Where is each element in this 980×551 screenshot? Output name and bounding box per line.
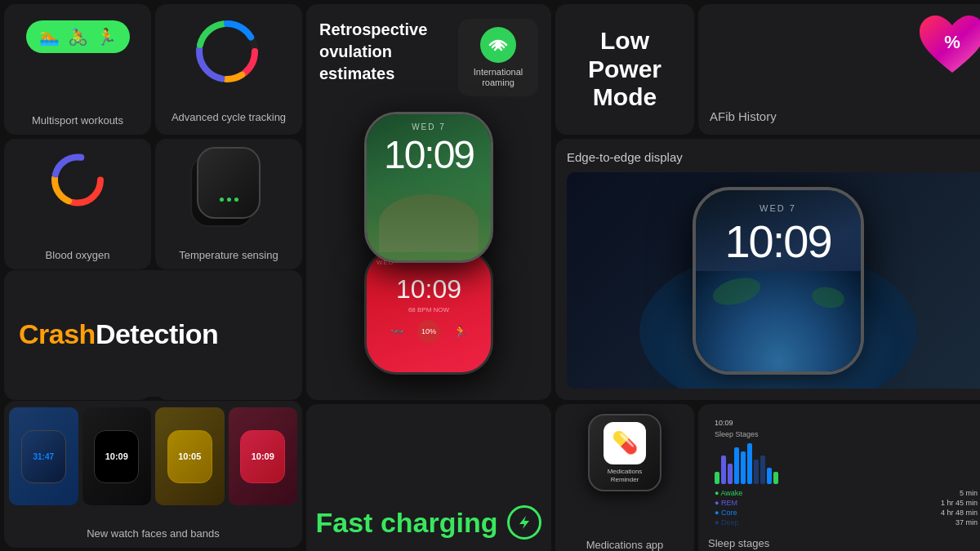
multisport-cell: 🏊 🚴 🏃 Multisport workouts xyxy=(4,4,151,135)
svg-text:%: % xyxy=(944,32,960,52)
edge-display-cell: Edge-to-edge display WED 7 10:09 xyxy=(555,139,980,400)
fast-charging-display: Fast charging xyxy=(316,505,542,540)
medications-watch-label: MedicationsReminder xyxy=(608,468,643,483)
blood-oxygen-cell: Blood oxygen xyxy=(4,139,151,269)
legend-awake-val: 5 min xyxy=(960,489,978,497)
heart-rate-icon: 〰️ xyxy=(390,325,404,338)
roaming-badge: International roaming xyxy=(458,19,538,96)
ecg-cell: ECG xyxy=(4,273,151,400)
ecg-label: ECG xyxy=(4,380,151,392)
multisport-icons-wrap: 🏊 🚴 🏃 xyxy=(4,20,151,53)
ecg-wave-svg xyxy=(11,287,144,327)
afib-heart-icon: % xyxy=(915,14,980,87)
sleep-top: 10:09 Sleep Stages ● Awake xyxy=(708,414,980,531)
blood-oxygen-icon-wrap xyxy=(51,153,105,210)
fast-charging-cell: Fast charging xyxy=(306,404,551,551)
sleep-bar-rem2 xyxy=(728,464,733,484)
legend-core-dot: ● Core xyxy=(715,509,737,517)
sleep-bars xyxy=(715,443,978,484)
roaming-icon xyxy=(480,27,516,63)
medications-watch: 💊 MedicationsReminder xyxy=(588,414,662,491)
medications-icon: 💊 xyxy=(604,422,646,464)
edge-watch-time: 10:09 xyxy=(724,215,831,268)
legend-deep-val: 37 min xyxy=(956,518,978,527)
edge-watch-date: WED 7 xyxy=(760,203,796,213)
temp-watch-front xyxy=(197,147,261,219)
sleep-stages-label: Sleep stages xyxy=(708,537,769,549)
ecg-wave-container xyxy=(11,287,144,331)
edge-display-title: Edge-to-edge display xyxy=(567,150,683,164)
lower-watch: WED 10:09 68 BPM NOW 〰️ 10% 🏃 xyxy=(364,248,493,375)
sensor-dot-1 xyxy=(220,198,224,202)
cycle-cell: Advanced cycle tracking xyxy=(155,4,302,135)
svg-marker-13 xyxy=(519,516,529,529)
lower-icons-row: 〰️ 10% 🏃 xyxy=(390,320,467,343)
edge-watch-body: WED 7 10:09 xyxy=(693,187,864,375)
bike-icon: 🚴 xyxy=(68,27,88,47)
continent-2 xyxy=(810,285,846,311)
blood-oxygen-label: Blood oxygen xyxy=(4,249,151,261)
multisport-icon-bar: 🏊 🚴 🏃 xyxy=(26,20,130,53)
watch-stack: WED 7 10:09 WED 10:09 68 BPM NOW 〰️ 10% xyxy=(319,95,538,392)
lower-stats-row: 68 BPM NOW xyxy=(408,306,449,313)
sleep-bar-awake xyxy=(715,472,719,484)
edge-watch-screen: WED 7 10:09 xyxy=(696,190,861,371)
activity-icon: 🏃 xyxy=(453,325,467,338)
multisport-label: Multisport workouts xyxy=(4,114,151,127)
cycle-wheel-svg xyxy=(194,19,260,84)
bolt-svg xyxy=(516,514,532,531)
roaming-label: International roaming xyxy=(466,67,530,88)
legend-rem-dot: ● REM xyxy=(715,499,737,507)
wifi-icon xyxy=(488,35,508,55)
sleep-bar-core1 xyxy=(734,447,739,484)
legend-awake-dot: ● Awake xyxy=(715,489,742,497)
battery-badge: 10% xyxy=(417,320,440,343)
temp-watch-stack xyxy=(184,147,274,229)
cycle-wheel xyxy=(194,19,264,88)
temp-green-sensor xyxy=(220,198,238,202)
crash-spacer xyxy=(155,273,302,400)
person-shape xyxy=(379,194,479,253)
cycle-label: Advanced cycle tracking xyxy=(172,111,286,123)
legend-deep-dot: ● Deep xyxy=(715,518,738,527)
legend-deep: ● Deep 37 min xyxy=(715,518,978,527)
medications-cell: 💊 MedicationsReminder Medications app xyxy=(555,404,694,551)
afib-label: AFib History xyxy=(710,109,777,123)
blood-oxygen-svg xyxy=(51,153,105,207)
sleep-bar-deep2 xyxy=(760,455,765,484)
svg-point-12 xyxy=(60,162,96,198)
medications-app-label: Medications app xyxy=(555,539,694,551)
sleep-chart-container: 10:09 Sleep Stages ● Awake xyxy=(708,414,980,531)
sensor-dot-2 xyxy=(227,198,231,202)
sensor-dot-3 xyxy=(234,198,238,202)
swim-icon: 🏊 xyxy=(39,27,60,47)
fast-charging-label: Fast charging xyxy=(316,507,498,539)
upper-watch-date: WED 7 xyxy=(412,122,446,131)
main-grid: 🏊 🚴 🏃 Multisport workouts Advanced cycle… xyxy=(0,0,980,551)
upper-watch-time: 10:09 xyxy=(384,132,474,177)
upper-watch-screen: WED 7 10:09 xyxy=(367,114,491,260)
sleep-bar-rem xyxy=(721,455,726,484)
lower-watch-time: 10:09 xyxy=(396,274,461,304)
ovulation-top: Retrospective ovulation estimates Intern… xyxy=(319,19,538,96)
continent-1 xyxy=(710,273,764,310)
afib-heart-svg: % xyxy=(915,14,980,79)
sleep-stages-cell: 10:09 Sleep Stages ● Awake xyxy=(698,404,980,551)
sleep-bar-core2 xyxy=(741,451,746,484)
legend-core-val: 4 hr 48 min xyxy=(941,509,978,517)
legend-rem: ● REM 1 hr 45 min xyxy=(715,499,978,507)
low-power-title: Low Power Mode xyxy=(567,27,683,112)
ovulation-title: Retrospective ovulation estimates xyxy=(319,19,458,85)
ovulation-cell: Retrospective ovulation estimates Intern… xyxy=(306,4,551,400)
run-icon: 🏃 xyxy=(96,27,117,47)
earth-on-watch xyxy=(696,271,861,371)
sleep-bar-core3 xyxy=(747,443,752,484)
temp-sensing-cell: Temperature sensing xyxy=(155,139,302,269)
upper-watch: WED 7 10:09 xyxy=(364,112,493,263)
sleep-bar-core4 xyxy=(767,468,772,484)
medications-watch-wrap: 💊 MedicationsReminder xyxy=(588,414,662,491)
charging-bolt-icon xyxy=(507,505,541,540)
sleep-chart-title: Sleep Stages xyxy=(715,430,978,438)
legend-rem-val: 1 hr 45 min xyxy=(941,499,978,507)
temp-sensing-label: Temperature sensing xyxy=(155,249,302,261)
